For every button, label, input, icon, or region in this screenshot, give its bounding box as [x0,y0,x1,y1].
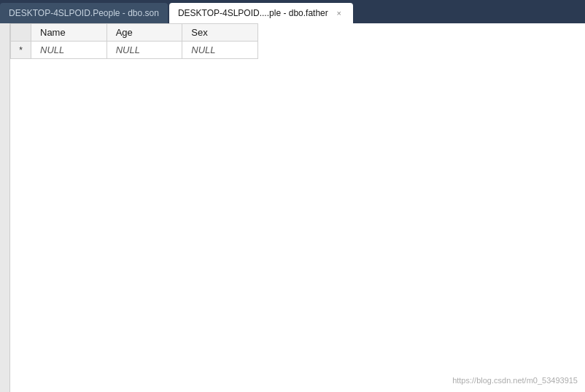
col-sex-header: Sex [182,24,258,42]
col-indicator-header [11,24,31,42]
watermark: https://blog.csdn.net/m0_53493915 [452,376,578,385]
table-container: Name Age Sex * NULL NULL NULL [10,23,585,392]
content-area: Name Age Sex * NULL NULL NULL https://bl… [0,23,585,392]
row-age: NULL [106,42,182,59]
tab-people[interactable]: DESKTOP-4SLPOID.People - dbo.son [0,3,168,23]
table-row: * NULL NULL NULL [11,42,258,59]
tab-father-close[interactable]: × [334,8,344,18]
row-indicator: * [11,42,31,59]
tab-father-label: DESKTOP-4SLPOID....ple - dbo.father [178,8,328,18]
tab-people-label: DESKTOP-4SLPOID.People - dbo.son [9,8,159,18]
sidebar [0,23,10,392]
col-name-header: Name [31,24,107,42]
data-table: Name Age Sex * NULL NULL NULL [10,23,258,59]
row-name: NULL [31,42,107,59]
row-sex: NULL [182,42,258,59]
tab-bar: DESKTOP-4SLPOID.People - dbo.son DESKTOP… [0,0,585,23]
col-age-header: Age [106,24,182,42]
tab-father[interactable]: DESKTOP-4SLPOID....ple - dbo.father × [169,3,353,23]
